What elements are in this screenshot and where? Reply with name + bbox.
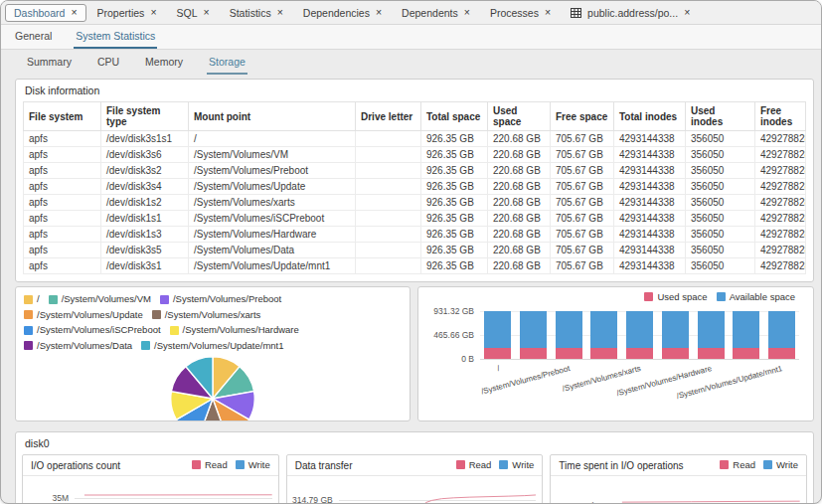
legend-swatch (152, 310, 161, 319)
tab-label: Properties (97, 7, 145, 19)
bar-available-segment (626, 311, 653, 347)
tab-label: Processes (490, 7, 539, 19)
close-icon[interactable]: × (204, 7, 210, 18)
chart-lines (602, 483, 800, 504)
legend-item-used-space: Used space (644, 291, 707, 302)
legend-item-system-volumes-xarts: /System/Volumes/xarts (152, 308, 261, 322)
chart-plot-area: 314.79 GB (287, 483, 543, 504)
chart-plot-area: 1.11 h (551, 483, 806, 504)
table-row: apfs/dev/disk3s2/System/Volumes/Preboot9… (24, 163, 806, 179)
table-cell: /dev/disk1s1 (101, 211, 189, 227)
system-statistics-tab-bar: SummaryCPUMemoryStorage (1, 50, 821, 75)
table-cell: 926.35 GB (421, 131, 488, 147)
stacked-bar-system-volumes-hardware (698, 311, 725, 359)
legend-item-system-volumes-vm: /System/Volumes/VM (49, 292, 151, 306)
stats-tab-storage[interactable]: Storage (207, 50, 247, 75)
table-cell: 705.67 GB (551, 163, 614, 179)
bar-used-segment (662, 348, 689, 359)
chart-panel-data-transfer: Data transferReadWrite314.79 GB (286, 454, 544, 504)
main-tab-bar: Dashboard×Properties×SQL×Statistics×Depe… (1, 1, 821, 25)
main-tab-dashboard[interactable]: Dashboard× (5, 4, 86, 22)
table-cell: /dev/disk3s1s1 (101, 131, 189, 147)
legend-item-system-volumes-data: /System/Volumes/Data (24, 339, 132, 353)
legend-label: /System/Volumes/Hardware (183, 323, 299, 337)
main-tab-processes[interactable]: Processes× (481, 4, 560, 22)
line-series-read (378, 495, 536, 504)
legend-swatch (717, 292, 726, 301)
nav-tab-general[interactable]: General (13, 25, 54, 49)
stats-tab-memory[interactable]: Memory (143, 50, 185, 75)
stats-tab-summary[interactable]: Summary (25, 50, 74, 75)
table-cell: 705.67 GB (551, 195, 614, 211)
table-row: apfs/dev/disk3s6/System/Volumes/VM926.35… (24, 147, 806, 163)
column-header-total-space: Total space (421, 102, 488, 131)
table-cell: 4293144338 (614, 163, 686, 179)
legend-swatch (456, 460, 465, 469)
legend-label: Used space (657, 291, 707, 302)
table-cell: 926.35 GB (421, 227, 488, 243)
close-icon[interactable]: × (464, 7, 470, 18)
bar-y-tick-label: 0 B (420, 354, 474, 364)
main-tab-public-address-po[interactable]: public.address/po...× (562, 4, 699, 22)
chart-title: I/O operations count (31, 460, 120, 471)
close-icon[interactable]: × (684, 7, 690, 18)
legend-swatch (160, 295, 169, 304)
table-cell: 220.68 GB (488, 131, 551, 147)
table-cell: /dev/disk3s1 (101, 258, 189, 274)
table-cell: /System/Volumes/xarts (189, 195, 356, 211)
bar-used-segment (768, 348, 795, 359)
table-row: apfs/dev/disk3s1/System/Volumes/Update/m… (24, 258, 806, 274)
table-cell: 220.68 GB (488, 227, 551, 243)
table-cell: /dev/disk3s4 (101, 179, 189, 195)
table-cell: 356050 (686, 195, 755, 211)
main-tab-statistics[interactable]: Statistics× (221, 4, 292, 22)
main-tab-properties[interactable]: Properties× (88, 4, 166, 22)
table-cell: 220.68 GB (488, 243, 551, 258)
table-cell: 926.35 GB (421, 243, 488, 258)
close-icon[interactable]: × (376, 7, 382, 18)
main-tab-dependents[interactable]: Dependents× (393, 4, 479, 22)
close-icon[interactable]: × (150, 7, 156, 18)
table-cell: 4292788288 (755, 227, 806, 243)
close-icon[interactable]: × (71, 7, 77, 18)
legend-item-read: Read (192, 459, 228, 470)
main-tab-dependencies[interactable]: Dependencies× (294, 4, 391, 22)
bar-used-segment (484, 348, 511, 359)
table-cell: 4293144338 (614, 227, 686, 243)
table-cell: 356050 (686, 243, 755, 258)
bar-used-segment (556, 348, 582, 359)
column-header-free-space: Free space (551, 102, 614, 131)
legend-swatch (24, 310, 33, 319)
chart-y-tick-label: 314.79 GB (287, 495, 333, 504)
nav-tab-system-statistics[interactable]: System Statistics (74, 25, 157, 49)
table-cell (356, 211, 421, 227)
legend-swatch (24, 326, 33, 335)
legend-item-system-volumes-update-mnt1: /System/Volumes/Update/mnt1 (141, 339, 283, 353)
close-icon[interactable]: × (545, 7, 551, 18)
main-tab-sql[interactable]: SQL× (168, 4, 219, 22)
table-cell: 220.68 GB (488, 147, 551, 163)
table-cell (356, 243, 421, 258)
disk0-title: disk0 (16, 432, 813, 452)
legend-item-system-volumes-preboot: /System/Volumes/Preboot (160, 292, 281, 306)
table-cell: /System/Volumes/Data (189, 243, 356, 258)
table-cell: /System/Volumes/Update (189, 179, 356, 195)
table-cell: 4293144338 (614, 179, 686, 195)
table-row: apfs/dev/disk3s5/System/Volumes/Data926.… (24, 243, 806, 258)
table-row: apfs/dev/disk3s1s1/926.35 GB220.68 GB705… (24, 131, 806, 147)
table-cell: 4293144338 (614, 258, 686, 274)
stacked-bar-system-volumes-update-mnt1 (768, 311, 795, 359)
table-cell: apfs (24, 195, 101, 211)
close-icon[interactable]: × (277, 7, 283, 18)
chart-legend: ReadWrite (184, 459, 270, 471)
stacked-bar- (484, 311, 511, 359)
stats-tab-cpu[interactable]: CPU (95, 50, 121, 75)
table-cell: apfs (24, 131, 101, 147)
table-cell: /dev/disk1s3 (101, 227, 189, 243)
table-cell (356, 195, 421, 211)
stacked-bar-system-volumes-vm (520, 311, 547, 359)
table-cell: /System/Volumes/iSCPreboot (189, 211, 356, 227)
legend-item-write: Write (763, 459, 798, 470)
tab-label: Dependencies (303, 7, 370, 19)
column-header-used-inodes: Used inodes (686, 102, 755, 131)
